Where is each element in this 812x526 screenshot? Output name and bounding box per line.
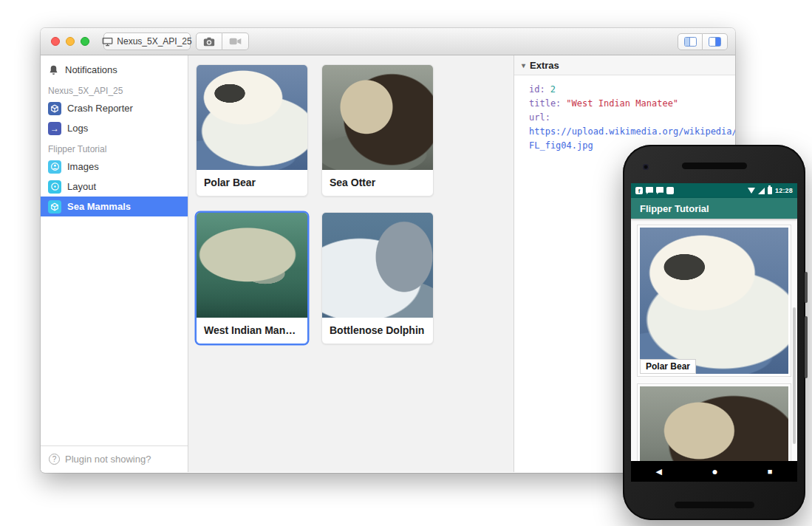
polar-bear-photo [197,65,307,170]
sidebar-item-label: Crash Reporter [67,103,133,114]
app-list-view: Polar Bear [631,219,797,461]
recents-button[interactable]: ■ [768,468,773,476]
sidebar-item-notifications[interactable]: Notifications [41,60,188,80]
target-icon [48,180,61,194]
sidebar-item-label: Logs [67,123,88,134]
json-key: url: [529,112,550,123]
polar-bear-photo [640,228,788,374]
scrollbar-thumb[interactable] [793,307,796,444]
app-bar: Flipper Tutorial [631,198,797,219]
titlebar: Nexus_5X_API_25 [41,28,735,55]
plugin-help-link[interactable]: ? Plugin not showing? [41,445,188,472]
back-button[interactable]: ◀ [656,468,662,476]
card-title: West Indian Manatee [197,318,307,344]
plugin-help-label: Plugin not showing? [65,454,151,465]
plugin-content-area: Polar Bear Sea Otter West Indian Manatee… [188,55,514,472]
plugin-sidebar: Notifications Nexus_5X_API_25 Crash Repo… [41,55,188,472]
sidebar-item-label: Sea Mammals [67,201,131,212]
sea-mammals-cube-icon [48,200,61,214]
dolphin-photo [322,213,433,318]
card-polar-bear[interactable]: Polar Bear [196,64,308,197]
help-icon: ? [49,454,60,465]
chat-icon [656,187,663,194]
home-button[interactable]: ● [712,466,717,477]
toggle-left-sidebar-button[interactable] [678,33,703,50]
json-number-value: 2 [550,84,556,95]
json-line-url-1: https://upload.wikimedia.org/wikipedia/c… [529,125,735,139]
monitor-icon [102,37,113,47]
power-button[interactable] [805,272,808,303]
phone-card-label: Polar Bear [640,359,696,374]
json-line-id: id:2 [529,83,735,97]
sidebar-item-label: Images [67,161,99,172]
sidebar-item-label: Notifications [65,64,117,75]
extras-panel-header[interactable]: ▾ Extras [514,55,735,75]
capture-button-group [196,33,249,50]
sidebar-item-label: Layout [67,181,96,192]
camera-icon [203,37,215,47]
android-device-mockup: f 12:28 Flipper Tutorial Polar Bear [623,145,805,520]
status-bar-time: 12:28 [775,187,793,194]
minimize-button[interactable] [66,37,75,46]
json-key: id: [529,84,545,95]
extras-json-view: id:2 title:"West Indian Manatee" url: ht… [514,75,735,153]
facebook-icon: f [635,187,643,194]
manatee-photo [197,213,307,318]
sidebar-item-sea-mammals[interactable]: Sea Mammals [41,197,188,216]
sidebar-section-device: Nexus_5X_API_25 [41,80,188,98]
volume-rocker[interactable] [805,316,808,378]
phone-card-polar-bear[interactable]: Polar Bear [637,225,791,377]
device-selector-label: Nexus_5X_API_25 [117,36,191,47]
screen-record-button[interactable] [222,33,249,50]
earpiece-speaker [682,163,747,169]
phone-card-sea-otter[interactable] [637,383,791,461]
disclosure-triangle-icon: ▾ [522,61,525,69]
screenshot-button[interactable] [196,33,222,50]
sidebar-section-app: Flipper Tutorial [41,138,188,157]
bell-icon [48,64,59,76]
sea-otter-photo [322,65,433,170]
logs-arrow-icon: → [48,122,61,135]
sidebar-item-logs[interactable]: → Logs [41,118,188,138]
sidebar-item-images[interactable]: Images [41,157,188,177]
left-panel-icon [684,37,697,47]
desktop-background: Nexus_5X_API_25 [0,0,812,526]
wifi-icon [748,188,755,194]
card-west-indian-manatee[interactable]: West Indian Manatee [196,212,308,344]
window-controls [51,37,89,46]
android-nav-bar: ◀ ● ■ [631,461,797,482]
json-line-title: title:"West Indian Manatee" [529,97,735,111]
lock-icon [666,187,674,194]
device-screen: f 12:28 Flipper Tutorial Polar Bear [631,183,797,482]
sidebar-item-layout[interactable]: Layout [41,177,188,197]
close-button[interactable] [51,37,60,46]
app-bar-title: Flipper Tutorial [640,203,709,214]
sidebar-item-crash-reporter[interactable]: Crash Reporter [41,98,188,118]
json-string-value: "West Indian Manatee" [566,98,678,109]
extras-panel-title: Extras [530,60,559,71]
panel-toggle-group [678,33,728,50]
android-status-bar: f 12:28 [631,183,797,198]
json-line-url-key: url: [529,111,735,125]
card-grid: Polar Bear Sea Otter West Indian Manatee… [188,55,514,353]
json-key: title: [529,98,561,109]
json-url-value: FL_fig04.jpg [529,140,593,151]
toggle-right-sidebar-button[interactable] [703,33,728,50]
card-title: Bottlenose Dolphin [322,318,433,344]
card-bottlenose-dolphin[interactable]: Bottlenose Dolphin [321,212,434,344]
crash-reporter-cube-icon [48,102,61,115]
device-selector-button[interactable]: Nexus_5X_API_25 [103,33,191,50]
signal-icon [758,188,765,194]
card-title: Sea Otter [322,170,433,196]
card-title: Polar Bear [197,170,307,196]
battery-icon [768,187,772,194]
video-camera-icon [229,37,242,46]
bottom-speaker [675,502,754,508]
card-sea-otter[interactable]: Sea Otter [321,64,434,197]
right-panel-icon [709,37,721,47]
person-circle-icon [48,160,61,174]
front-camera-dot [643,164,649,170]
zoom-button[interactable] [81,37,89,46]
sea-otter-photo [640,386,788,461]
json-url-value: https://upload.wikimedia.org/wikipedia/c… [529,126,735,137]
